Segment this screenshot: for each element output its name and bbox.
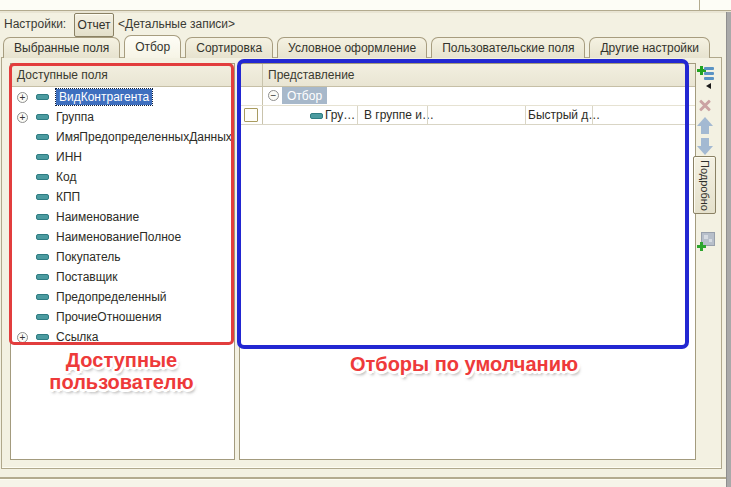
menu-arrow-icon[interactable]	[706, 83, 711, 89]
add-user-setting-icon[interactable]	[697, 232, 714, 251]
tab-sorting[interactable]: Сортировка	[185, 37, 273, 58]
tab-conditional-formatting[interactable]: Условное оформление	[277, 37, 427, 58]
upper-control-edge	[0, 0, 731, 11]
tab-filter[interactable]: Отбор	[124, 35, 181, 58]
details-button[interactable]: Подробно	[693, 156, 716, 214]
move-up-icon[interactable]	[697, 117, 713, 134]
report-settings-window: Настройки: Отчет <Детальные записи> Выбр…	[0, 0, 731, 487]
settings-tabbar: Выбранные поля Отбор Сортировка Условное…	[3, 37, 710, 58]
tab-other-settings[interactable]: Другие настройки	[589, 37, 710, 58]
add-item-icon[interactable]	[697, 65, 714, 80]
tab-selected-fields[interactable]: Выбранные поля	[3, 37, 120, 58]
report-variant-label: <Детальные записи>	[118, 17, 235, 31]
settings-bar: Настройки: Отчет <Детальные записи>	[0, 13, 731, 37]
annotation-right-caption: Отборы по умолчанию	[239, 353, 689, 375]
tab-custom-fields[interactable]: Пользовательские поля	[431, 37, 585, 58]
window-bottom-edge	[0, 480, 731, 487]
move-down-icon[interactable]	[697, 138, 713, 155]
filter-commands-toolbar: Подробно	[693, 63, 721, 458]
delete-icon[interactable]	[698, 99, 712, 113]
report-button[interactable]: Отчет	[74, 13, 114, 37]
annotation-left-caption: Доступные пользователю	[10, 349, 233, 393]
divider	[699, 0, 700, 10]
window-right-edge	[726, 12, 731, 487]
annotation-blue-box	[237, 59, 689, 349]
annotation-red-box	[9, 63, 234, 345]
settings-label: Настройки:	[4, 17, 66, 31]
